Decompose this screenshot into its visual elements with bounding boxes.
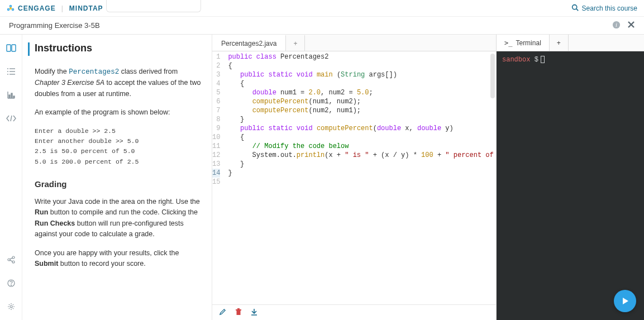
app-header: CENGAGE | MINDTAP Search this course <box>0 0 644 17</box>
file-tab[interactable]: Percentages2.java <box>212 35 286 51</box>
plus-icon: + <box>557 39 561 47</box>
terminal-prompt-icon: >_ <box>504 39 512 47</box>
svg-rect-21 <box>11 93 12 98</box>
grading-paragraph-1: Write your Java code in the area on the … <box>35 197 202 240</box>
editor-scrollbar[interactable] <box>490 54 495 98</box>
plus-icon: + <box>293 40 297 47</box>
svg-rect-32 <box>236 309 241 311</box>
svg-rect-22 <box>13 96 15 98</box>
file-tab-label: Percentages2.java <box>221 40 276 47</box>
brand-separator: | <box>61 4 64 12</box>
rail-tasks-icon[interactable] <box>3 64 19 79</box>
tool-rail <box>0 35 22 320</box>
instructions-paragraph-1: Modify the Percentages2 class derived fr… <box>35 66 202 99</box>
rail-instructions-icon[interactable] <box>3 40 19 56</box>
rail-help-icon[interactable] <box>3 275 19 291</box>
run-button[interactable] <box>614 290 636 312</box>
svg-point-1 <box>8 8 9 10</box>
terminal-prompt-symbol: $ <box>535 56 538 64</box>
rail-share-icon[interactable] <box>3 252 19 268</box>
rail-code-icon[interactable] <box>3 111 19 126</box>
close-icon[interactable] <box>627 21 635 30</box>
grading-paragraph-2: Once you are happy with your results, cl… <box>35 248 202 270</box>
terminal-tab-label: Terminal <box>516 39 541 47</box>
svg-rect-10 <box>7 45 11 51</box>
info-icon[interactable]: i <box>612 21 621 31</box>
editor-toolbar <box>212 304 496 320</box>
search-course-label: Search this course <box>582 4 637 12</box>
svg-point-3 <box>10 7 12 9</box>
code-editor[interactable]: 123456789101112131415 public class Perce… <box>212 51 496 304</box>
grading-heading: Grading <box>35 179 202 189</box>
top-dropdown-stub[interactable] <box>106 0 201 12</box>
rail-settings-icon[interactable] <box>3 299 19 314</box>
svg-point-30 <box>11 285 11 285</box>
instructions-heading: Instructions <box>35 42 202 54</box>
add-terminal-tab[interactable]: + <box>550 35 569 51</box>
svg-line-28 <box>9 260 12 261</box>
svg-rect-33 <box>237 311 241 315</box>
brand-mindtap: MINDTAP <box>69 4 103 12</box>
svg-rect-20 <box>9 95 10 98</box>
svg-point-31 <box>10 305 12 308</box>
edit-icon[interactable] <box>219 308 226 317</box>
example-output: Enter a double >> 2.5Enter another doubl… <box>35 126 202 168</box>
svg-line-23 <box>11 116 12 121</box>
search-course[interactable]: Search this course <box>571 4 637 13</box>
exercise-title: Programming Exercise 3-5B <box>9 21 100 30</box>
exercise-subheader: Programming Exercise 3-5B i <box>0 17 644 35</box>
brand-logo[interactable]: CENGAGE | MINDTAP <box>7 4 103 12</box>
search-icon <box>571 4 579 13</box>
terminal-panel: >_ Terminal + sandbox $ <box>496 35 644 320</box>
delete-icon[interactable] <box>235 308 242 317</box>
terminal-output[interactable]: sandbox $ <box>497 51 644 320</box>
svg-point-2 <box>12 8 14 10</box>
svg-marker-37 <box>623 298 628 304</box>
svg-point-0 <box>10 5 12 7</box>
instructions-paragraph-2: An example of the program is shown below… <box>35 107 202 118</box>
svg-rect-34 <box>237 308 240 309</box>
terminal-cursor <box>541 56 545 63</box>
svg-text:i: i <box>616 22 617 28</box>
editor-panel: Percentages2.java + 12345678910111213141… <box>212 35 496 320</box>
add-file-tab[interactable]: + <box>286 35 305 51</box>
rail-chart-icon[interactable] <box>3 87 19 103</box>
svg-point-4 <box>572 4 576 9</box>
svg-line-27 <box>9 258 12 259</box>
editor-tabs: Percentages2.java + <box>212 35 496 51</box>
terminal-tab[interactable]: >_ Terminal <box>497 35 550 51</box>
cengage-logo-icon <box>7 4 15 12</box>
svg-rect-11 <box>12 45 16 51</box>
download-icon[interactable] <box>251 308 257 317</box>
terminal-tabs: >_ Terminal + <box>497 35 644 51</box>
svg-line-5 <box>576 8 578 10</box>
terminal-prompt-host: sandbox <box>502 56 530 64</box>
instructions-panel: Instructions Modify the Percentages2 cla… <box>22 35 212 320</box>
brand-cengage: CENGAGE <box>18 4 56 12</box>
